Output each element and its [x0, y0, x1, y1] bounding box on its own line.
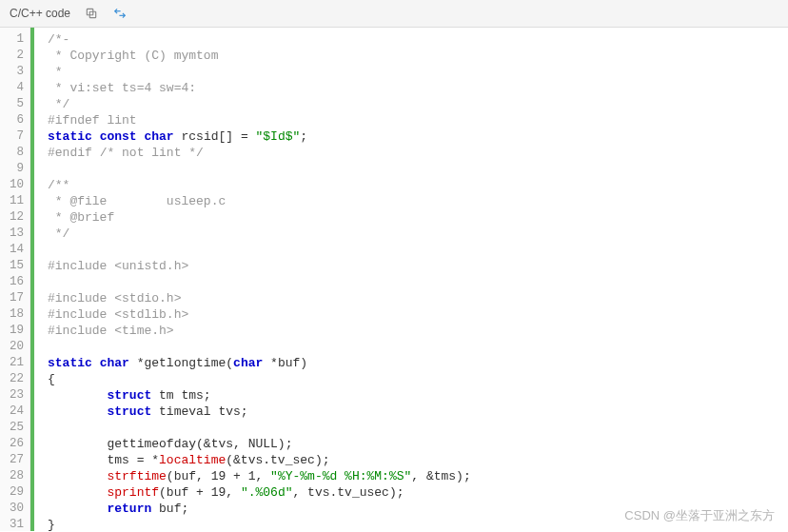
code-token: *buf) — [263, 356, 307, 370]
code-token: (&tvs.tv_sec); — [226, 453, 329, 467]
line-number: 13 — [10, 226, 24, 242]
code-line[interactable]: /*- — [48, 31, 788, 48]
code-token: #include <stdio.h> — [48, 291, 181, 305]
code-line[interactable]: struct tm tms; — [48, 387, 788, 404]
code-line[interactable]: #include <unistd.h> — [48, 258, 788, 274]
code-line[interactable]: #include <stdio.h> — [48, 290, 788, 306]
code-line[interactable]: #include <stdlib.h> — [48, 306, 788, 323]
code-token: tm tms; — [151, 388, 210, 403]
line-number: 11 — [10, 193, 24, 209]
code-token: */ — [48, 97, 69, 111]
code-token: buf; — [151, 502, 188, 516]
code-token — [48, 404, 107, 419]
code-token: ".%06d" — [241, 485, 293, 500]
line-number-gutter: 1234567891011121314151617181920212223242… — [0, 28, 30, 531]
code-line[interactable]: * @file usleep.c — [48, 193, 788, 209]
code-line[interactable]: */ — [48, 96, 788, 112]
code-token: , &tms); — [411, 469, 470, 483]
code-token: const — [100, 129, 137, 144]
code-line[interactable]: static const char rcsid[] = "$Id$"; — [48, 128, 788, 145]
code-line[interactable] — [48, 242, 788, 258]
code-token: struct — [107, 404, 151, 419]
line-number: 31 — [10, 517, 24, 532]
code-token: localtime — [159, 453, 226, 467]
line-number: 16 — [10, 274, 24, 290]
line-number: 5 — [10, 96, 24, 112]
copy-icon[interactable] — [84, 6, 99, 21]
line-number: 18 — [10, 306, 24, 323]
line-number: 29 — [10, 484, 24, 501]
code-line[interactable] — [48, 274, 788, 290]
code-line[interactable] — [48, 339, 788, 355]
line-number: 3 — [10, 64, 24, 80]
code-content[interactable]: /*- * Copyright (C) mymtom * * vi:set ts… — [34, 28, 788, 531]
code-token: char — [100, 356, 129, 370]
code-token: * Copyright (C) mymtom — [48, 49, 218, 63]
code-token: static — [48, 129, 92, 144]
code-line[interactable]: gettimeofday(&tvs, NULL); — [48, 436, 788, 452]
code-token: #include <unistd.h> — [48, 259, 188, 273]
line-number: 20 — [10, 339, 24, 355]
code-line[interactable]: #ifndef lint — [48, 112, 788, 128]
line-number: 21 — [10, 355, 24, 371]
code-token: return — [107, 502, 151, 516]
code-line[interactable]: sprintf(buf + 19, ".%06d", tvs.tv_usec); — [48, 484, 788, 501]
line-number: 1 — [10, 31, 24, 48]
code-line[interactable]: static char *getlongtime(char *buf) — [48, 355, 788, 371]
line-number: 9 — [10, 161, 24, 177]
code-line[interactable]: tms = *localtime(&tvs.tv_sec); — [48, 452, 788, 468]
code-token: * — [48, 65, 63, 79]
code-token: /** — [48, 178, 69, 192]
code-line[interactable]: strftime(buf, 19 + 1, "%Y-%m-%d %H:%M:%S… — [48, 468, 788, 484]
code-token — [48, 502, 107, 516]
code-token: (buf, 19 + 1, — [167, 469, 270, 483]
code-header: C/C++ code — [0, 0, 788, 28]
code-line[interactable]: } — [48, 517, 788, 531]
code-line[interactable] — [48, 420, 788, 436]
code-token: "$Id$" — [256, 129, 301, 144]
code-line[interactable]: return buf; — [48, 501, 788, 517]
line-number: 8 — [10, 145, 24, 161]
code-line[interactable]: #include <time.h> — [48, 323, 788, 339]
code-token — [48, 485, 107, 500]
code-token: "%Y-%m-%d %H:%M:%S" — [270, 469, 411, 483]
code-token: tms = * — [48, 453, 159, 467]
code-line[interactable]: * vi:set ts=4 sw=4: — [48, 80, 788, 96]
code-token: struct — [107, 388, 151, 403]
line-number: 30 — [10, 501, 24, 517]
code-line[interactable]: * Copyright (C) mymtom — [48, 48, 788, 64]
code-line[interactable]: struct timeval tvs; — [48, 404, 788, 420]
code-line[interactable]: #endif /* not lint */ — [48, 145, 788, 161]
code-token: /* not lint */ — [100, 146, 204, 160]
code-token: *getlongtime( — [129, 356, 233, 370]
code-token: #ifndef lint — [48, 113, 137, 128]
code-token: rcsid[] = — [174, 129, 256, 144]
code-token: * vi:set ts=4 sw=4: — [48, 81, 196, 95]
code-token: (buf + 19, — [159, 485, 241, 500]
code-line[interactable]: * @brief — [48, 209, 788, 226]
line-number: 25 — [10, 420, 24, 436]
line-number: 10 — [10, 177, 24, 193]
code-token: char — [233, 356, 263, 370]
line-number: 22 — [10, 371, 24, 387]
line-number: 4 — [10, 80, 24, 96]
line-number: 28 — [10, 468, 24, 484]
code-token: strftime — [107, 469, 166, 483]
code-token: #include <time.h> — [48, 324, 174, 338]
code-line[interactable]: { — [48, 371, 788, 387]
line-number: 17 — [10, 290, 24, 306]
line-number: 19 — [10, 323, 24, 339]
line-number: 6 — [10, 112, 24, 128]
code-line[interactable]: */ — [48, 226, 788, 242]
code-token — [92, 129, 100, 144]
line-number: 12 — [10, 209, 24, 226]
line-number: 2 — [10, 48, 24, 64]
code-line[interactable]: * — [48, 64, 788, 80]
code-line[interactable]: /** — [48, 177, 788, 193]
code-line[interactable] — [48, 161, 788, 177]
code-token: timeval tvs; — [151, 404, 247, 419]
code-token: * @brief — [48, 210, 114, 225]
code-token: /*- — [48, 32, 69, 47]
code-token: static — [48, 356, 92, 370]
expand-icon[interactable] — [112, 6, 128, 21]
